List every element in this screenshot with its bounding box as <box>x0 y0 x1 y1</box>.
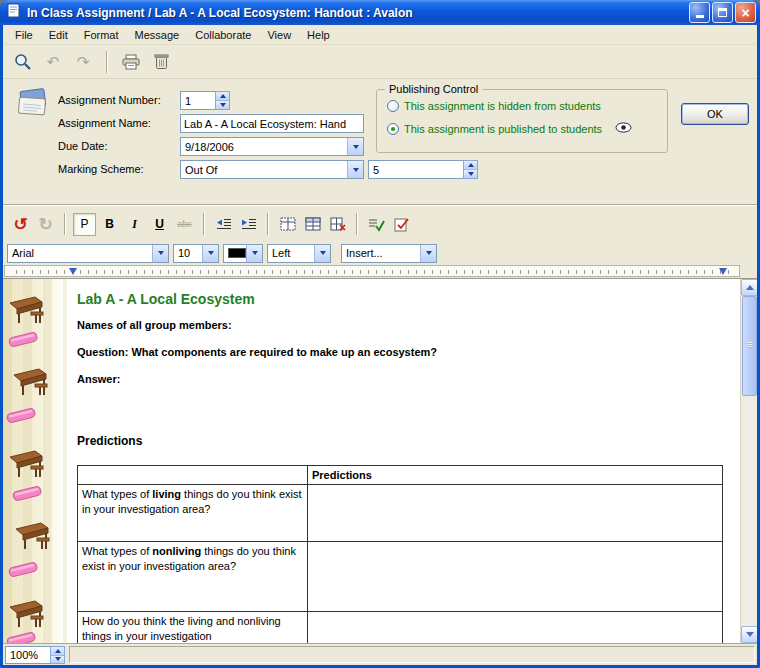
delete-cell-icon[interactable] <box>326 213 349 236</box>
document-title: Lab A - A Local Ecosystem <box>77 291 255 307</box>
dropdown-arrow-icon <box>202 245 218 262</box>
underline-button[interactable]: U <box>148 213 171 236</box>
toolbar-separator <box>203 213 205 235</box>
menu-view[interactable]: View <box>259 27 299 43</box>
indent-decrease-icon[interactable] <box>212 213 235 236</box>
cell-text-bold: nonliving <box>152 545 201 557</box>
answer-cell[interactable] <box>308 542 723 612</box>
assignment-number-value: 1 <box>180 91 215 110</box>
stepper-down-icon[interactable] <box>51 655 64 664</box>
alignment-select[interactable]: Left <box>267 244 331 263</box>
scroll-up-icon[interactable] <box>741 279 757 296</box>
assignment-name-field[interactable] <box>180 114 364 133</box>
scroll-down-icon[interactable] <box>741 626 757 643</box>
insert-value: Insert... <box>342 247 420 259</box>
eraser-icon <box>5 631 37 643</box>
marking-points-stepper[interactable]: 5 <box>368 160 478 179</box>
print-icon[interactable] <box>119 50 143 74</box>
editor-toolbar: ↺ ↻ P B I U abc <box>3 206 757 242</box>
app-icon <box>6 3 22 22</box>
eraser-icon <box>7 331 39 351</box>
menu-edit[interactable]: Edit <box>41 27 76 43</box>
title-bar[interactable]: In Class Assignment / Lab A - A Local Ec… <box>0 0 760 25</box>
dropdown-arrow-icon <box>246 245 262 262</box>
zoom-control[interactable]: 100% <box>5 646 65 664</box>
marking-scheme-value: Out Of <box>181 164 347 176</box>
scrollbar-thumb[interactable] <box>742 296 757 396</box>
cell-text: What types of <box>82 488 152 500</box>
document-body[interactable]: Lab A - A Local Ecosystem Names of all g… <box>67 279 740 643</box>
assignment-number-label: Assignment Number: <box>58 94 161 106</box>
select-table-icon[interactable] <box>276 213 299 236</box>
toolbar-separator <box>106 51 108 73</box>
color-swatch-icon <box>228 248 246 258</box>
window-title: In Class Assignment / Lab A - A Local Ec… <box>27 6 689 20</box>
paragraph-marks-toggle[interactable]: P <box>73 213 96 236</box>
stepper-up-icon[interactable] <box>51 647 64 655</box>
due-date-value: 9/18/2006 <box>181 141 347 153</box>
marking-scheme-select[interactable]: Out Of <box>180 160 364 179</box>
maximize-button[interactable] <box>712 2 733 23</box>
bold-button[interactable]: B <box>98 213 121 236</box>
document-pane: Lab A - A Local Ecosystem Names of all g… <box>3 278 757 643</box>
assignment-name-label: Assignment Name: <box>58 117 151 129</box>
delete-icon[interactable] <box>149 50 173 74</box>
menu-file[interactable]: File <box>7 27 41 43</box>
toolbar-separator <box>267 213 269 235</box>
menu-help[interactable]: Help <box>299 27 338 43</box>
stepper-down-icon[interactable] <box>216 100 229 109</box>
due-date-select[interactable]: 9/18/2006 <box>180 137 364 156</box>
left-indent-marker[interactable] <box>69 268 77 275</box>
stepper-up-icon[interactable] <box>216 92 229 100</box>
history-back-icon: ↶ <box>41 50 65 74</box>
dropdown-arrow-icon <box>347 161 363 178</box>
publishing-control-legend: Publishing Control <box>385 83 482 95</box>
ok-button[interactable]: OK <box>681 103 749 125</box>
font-family-value: Arial <box>8 247 152 259</box>
zoom-icon[interactable] <box>11 50 35 74</box>
menu-message[interactable]: Message <box>127 27 188 43</box>
desk-icon <box>13 365 53 401</box>
stepper-down-icon[interactable] <box>464 169 477 178</box>
minimize-button[interactable] <box>689 2 710 23</box>
header-cell-predictions: Predictions <box>308 466 723 485</box>
cell-text: How do you think the living and nonlivin… <box>82 615 281 641</box>
strikethrough-icon: abc <box>173 213 196 236</box>
predictions-heading: Predictions <box>77 434 142 448</box>
radio-published-option[interactable]: This assignment is published to students <box>387 122 659 135</box>
font-family-select[interactable]: Arial <box>7 244 169 263</box>
menu-collaborate[interactable]: Collaborate <box>187 27 259 43</box>
eraser-icon <box>11 485 43 505</box>
status-message-area <box>69 646 755 663</box>
validate-icon[interactable] <box>390 213 413 236</box>
ruler[interactable] <box>4 265 740 277</box>
spell-check-icon[interactable] <box>365 213 388 236</box>
dropdown-arrow-icon <box>347 138 363 155</box>
ruler-ticks <box>9 270 735 274</box>
ruler-bar <box>3 264 757 278</box>
answer-cell[interactable] <box>308 485 723 542</box>
dropdown-arrow-icon <box>152 245 168 262</box>
answer-cell[interactable] <box>308 612 723 643</box>
vertical-scrollbar[interactable] <box>740 279 757 643</box>
members-line: Names of all group members: <box>77 319 232 331</box>
close-button[interactable]: × <box>735 2 756 23</box>
undo-icon[interactable]: ↺ <box>9 213 32 236</box>
toolbar-separator <box>356 213 358 235</box>
insert-table-icon[interactable] <box>301 213 324 236</box>
font-size-value: 10 <box>174 247 202 259</box>
insert-select[interactable]: Insert... <box>341 244 437 263</box>
right-indent-marker[interactable] <box>719 268 727 275</box>
radio-icon[interactable] <box>387 100 399 112</box>
assignment-number-stepper[interactable]: 1 <box>180 91 230 110</box>
indent-increase-icon[interactable] <box>237 213 260 236</box>
menu-format[interactable]: Format <box>76 27 127 43</box>
font-size-select[interactable]: 10 <box>173 244 219 263</box>
stepper-up-icon[interactable] <box>464 161 477 169</box>
radio-selected-icon[interactable] <box>387 123 399 135</box>
font-color-select[interactable] <box>223 244 263 263</box>
due-date-label: Due Date: <box>58 140 108 152</box>
predictions-table: Predictions What types of living things … <box>77 465 723 643</box>
italic-button[interactable]: I <box>123 213 146 236</box>
radio-hidden-option[interactable]: This assignment is hidden from students <box>387 100 601 112</box>
